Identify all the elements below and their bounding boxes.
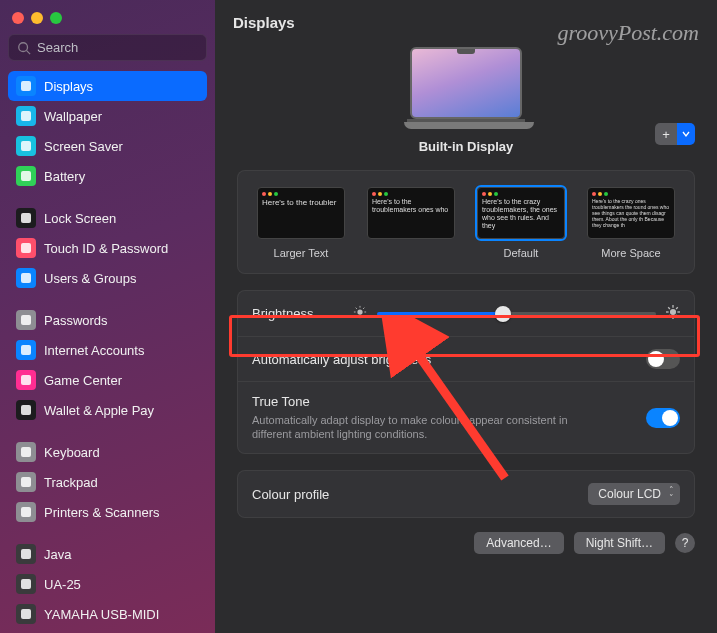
brightness-slider[interactable]: [377, 312, 656, 316]
colour-profile-select[interactable]: Colour LCD ˄˅: [588, 483, 680, 505]
sidebar-item-label: Screen Saver: [44, 139, 123, 154]
users-icon: [16, 268, 36, 288]
svg-line-33: [668, 307, 670, 309]
updown-chevron-icon: ˄˅: [669, 486, 674, 502]
scale-option-2[interactable]: Here's to the crazy troublemakers, the o…: [472, 187, 570, 259]
svg-line-24: [356, 308, 357, 309]
svg-rect-2: [21, 81, 31, 91]
svg-line-27: [363, 308, 364, 309]
help-button[interactable]: ?: [675, 533, 695, 553]
auto-brightness-row: Automatically adjust brightness: [238, 336, 694, 381]
svg-rect-9: [21, 315, 31, 325]
truetone-toggle[interactable]: [646, 408, 680, 428]
svg-rect-12: [21, 405, 31, 415]
wallet-icon: [16, 400, 36, 420]
sidebar-item-lock-screen[interactable]: Lock Screen: [8, 203, 207, 233]
colour-profile-row: Colour profile Colour LCD ˄˅: [238, 471, 694, 517]
wallpaper-icon: [16, 106, 36, 126]
colour-profile-value: Colour LCD: [598, 487, 661, 501]
scale-option-0[interactable]: Here's to the troublerLarger Text: [252, 187, 350, 259]
svg-line-1: [27, 50, 31, 54]
sidebar-item-label: Keyboard: [44, 445, 100, 460]
close-icon[interactable]: [12, 12, 24, 24]
truetone-description: Automatically adapt display to make colo…: [252, 413, 582, 441]
sidebar-item-label: Internet Accounts: [44, 343, 144, 358]
svg-rect-17: [21, 579, 31, 589]
sidebar-item-label: Lock Screen: [44, 211, 116, 226]
sidebar-item-passwords[interactable]: Passwords: [8, 305, 207, 335]
sidebar-item-touch-id-password[interactable]: Touch ID & Password: [8, 233, 207, 263]
sidebar-item-wallet-apple-pay[interactable]: Wallet & Apple Pay: [8, 395, 207, 425]
sidebar-item-java[interactable]: Java: [8, 539, 207, 569]
sidebar-item-game-center[interactable]: Game Center: [8, 365, 207, 395]
colour-profile-label: Colour profile: [252, 487, 329, 502]
search-placeholder: Search: [37, 40, 78, 55]
scale-thumb: Here's to the troubler: [257, 187, 345, 239]
sidebar-item-trackpad[interactable]: Trackpad: [8, 467, 207, 497]
sidebar-item-printers-scanners[interactable]: Printers & Scanners: [8, 497, 207, 527]
svg-rect-15: [21, 507, 31, 517]
gamecenter-icon: [16, 370, 36, 390]
sidebar-item-screen-saver[interactable]: Screen Saver: [8, 131, 207, 161]
svg-line-35: [668, 315, 670, 317]
scale-option-label: Default: [472, 247, 570, 259]
scale-thumb: Here's to the crazy ones troublemakers t…: [587, 187, 675, 239]
fullscreen-icon[interactable]: [50, 12, 62, 24]
svg-rect-8: [21, 273, 31, 283]
search-input[interactable]: Search: [8, 34, 207, 61]
display-thumbnail[interactable]: [404, 47, 529, 129]
svg-line-26: [356, 315, 357, 316]
svg-point-28: [670, 309, 676, 315]
midi-icon: [16, 604, 36, 624]
battery-icon: [16, 166, 36, 186]
keyboard-icon: [16, 442, 36, 462]
sidebar-item-users-groups[interactable]: Users & Groups: [8, 263, 207, 293]
svg-rect-6: [21, 213, 31, 223]
brightness-label: Brightness: [252, 306, 313, 321]
scale-option-label: Larger Text: [252, 247, 350, 259]
minimize-icon[interactable]: [31, 12, 43, 24]
advanced-button[interactable]: Advanced…: [474, 532, 563, 554]
svg-rect-10: [21, 345, 31, 355]
lock-icon: [16, 208, 36, 228]
chevron-down-icon: [677, 123, 695, 145]
scale-option-3[interactable]: Here's to the crazy ones troublemakers t…: [582, 187, 680, 259]
svg-line-36: [676, 307, 678, 309]
sidebar-item-internet-accounts[interactable]: Internet Accounts: [8, 335, 207, 365]
svg-rect-4: [21, 141, 31, 151]
add-display-button[interactable]: +: [655, 123, 695, 145]
sidebar-item-battery[interactable]: Battery: [8, 161, 207, 191]
scale-thumb: Here's to the troublemakers ones who: [367, 187, 455, 239]
sidebar-item-displays[interactable]: Displays: [8, 71, 207, 101]
screensaver-icon: [16, 136, 36, 156]
printer-icon: [16, 502, 36, 522]
window-controls[interactable]: [8, 8, 207, 34]
java-icon: [16, 544, 36, 564]
sidebar-item-label: Game Center: [44, 373, 122, 388]
svg-rect-18: [21, 609, 31, 619]
slider-thumb[interactable]: [495, 306, 511, 322]
sidebar-item-label: Printers & Scanners: [44, 505, 160, 520]
scale-option-1[interactable]: Here's to the troublemakers ones who: [362, 187, 460, 259]
sidebar-item-label: Java: [44, 547, 71, 562]
display-name: Built-in Display: [419, 139, 514, 154]
scale-thumb: Here's to the crazy troublemakers, the o…: [477, 187, 565, 239]
sidebar-item-label: Touch ID & Password: [44, 241, 168, 256]
sidebar-item-label: Wallpaper: [44, 109, 102, 124]
svg-point-19: [358, 309, 363, 314]
night-shift-button[interactable]: Night Shift…: [574, 532, 665, 554]
auto-brightness-toggle[interactable]: [646, 349, 680, 369]
sidebar-item-keyboard[interactable]: Keyboard: [8, 437, 207, 467]
fingerprint-icon: [16, 238, 36, 258]
svg-rect-11: [21, 375, 31, 385]
sidebar-item-label: Wallet & Apple Pay: [44, 403, 154, 418]
sidebar-item-ua-25[interactable]: UA-25: [8, 569, 207, 599]
sidebar-item-wallpaper[interactable]: Wallpaper: [8, 101, 207, 131]
brightness-high-icon: [666, 305, 680, 322]
sidebar-item-yamaha-usb-midi[interactable]: YAMAHA USB-MIDI: [8, 599, 207, 629]
svg-rect-14: [21, 477, 31, 487]
scale-option-label: More Space: [582, 247, 680, 259]
svg-rect-16: [21, 549, 31, 559]
at-icon: [16, 340, 36, 360]
sidebar-item-label: Passwords: [44, 313, 108, 328]
